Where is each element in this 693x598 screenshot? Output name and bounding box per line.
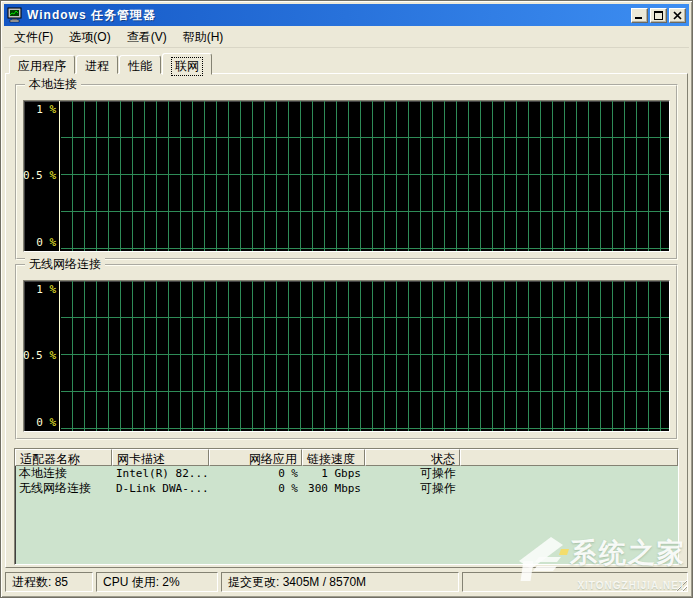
statusbar: 进程数: 85 CPU 使用: 2% 提交更改: 3405M / 8570M: [4, 570, 689, 594]
task-manager-window: Windows 任务管理器 文件(F) 选项(O) 查看(V) 帮助(H) 应用…: [0, 0, 693, 598]
groupbox-local-connection: 本地连接 1 % 0.5 % 0 %: [15, 84, 678, 260]
adapter-table: 适配器名称 网卡描述 网络应用 链接速度 状态 本地连接 Intel(R) 82…: [14, 448, 679, 565]
header-link-speed[interactable]: 链接速度: [302, 449, 365, 466]
chart-y-axis: 1 % 0.5 % 0 %: [24, 101, 60, 251]
tab-applications[interactable]: 应用程序: [9, 55, 75, 74]
maximize-button[interactable]: [650, 8, 667, 23]
status-spacer: [462, 572, 688, 592]
header-nic-description[interactable]: 网卡描述: [112, 449, 209, 466]
tabstrip: 应用程序 进程 性能 联网: [9, 52, 213, 74]
wireless-connection-chart: 1 % 0.5 % 0 %: [23, 280, 670, 432]
menu-item-file[interactable]: 文件(F): [6, 27, 61, 48]
close-button[interactable]: [669, 8, 686, 23]
minimize-button[interactable]: [631, 8, 648, 23]
titlebar[interactable]: Windows 任务管理器: [4, 4, 689, 26]
groupbox-title: 本地连接: [25, 77, 81, 91]
header-spacer: [460, 449, 678, 466]
header-adapter-name[interactable]: 适配器名称: [15, 449, 112, 466]
adapter-table-header: 适配器名称 网卡描述 网络应用 链接速度 状态: [15, 449, 678, 466]
menubar: 文件(F) 选项(O) 查看(V) 帮助(H): [4, 27, 689, 48]
tab-processes[interactable]: 进程: [76, 55, 118, 74]
header-network-utilization[interactable]: 网络应用: [209, 449, 302, 466]
task-manager-icon: [7, 7, 23, 23]
window-controls: [631, 8, 686, 23]
tab-performance[interactable]: 性能: [119, 55, 161, 74]
status-processes: 进程数: 85: [5, 572, 93, 592]
maximize-icon: [654, 11, 663, 20]
table-row-wireless-connection[interactable]: 无线网络连接 D-Link DWA-... 0 % 300 Mbps 可操作: [15, 481, 678, 496]
chart-y-axis: 1 % 0.5 % 0 %: [24, 281, 60, 431]
minimize-icon: [635, 11, 644, 20]
status-commit-charge: 提交更改: 3405M / 8570M: [221, 572, 459, 592]
header-state[interactable]: 状态: [365, 449, 460, 466]
groupbox-title: 无线网络连接: [25, 257, 105, 271]
local-connection-chart: 1 % 0.5 % 0 %: [23, 100, 670, 252]
resize-grip[interactable]: [674, 578, 687, 591]
window-title: Windows 任务管理器: [27, 7, 631, 24]
menu-item-help[interactable]: 帮助(H): [175, 27, 232, 48]
menu-item-options[interactable]: 选项(O): [61, 27, 118, 48]
menu-item-view[interactable]: 查看(V): [119, 27, 175, 48]
status-cpu-usage: CPU 使用: 2%: [96, 572, 218, 592]
chart-grid: [61, 101, 669, 251]
chart-grid: [61, 281, 669, 431]
table-row-local-connection[interactable]: 本地连接 Intel(R) 82... 0 % 1 Gbps 可操作: [15, 466, 678, 481]
groupbox-wireless-connection: 无线网络连接 1 % 0.5 % 0 %: [15, 264, 678, 440]
close-icon: [673, 11, 682, 20]
networking-tab-page: 本地连接 1 % 0.5 % 0 % 无线网络连接 1 % 0.5 % 0 %: [5, 73, 688, 568]
tab-networking[interactable]: 联网: [162, 53, 212, 75]
